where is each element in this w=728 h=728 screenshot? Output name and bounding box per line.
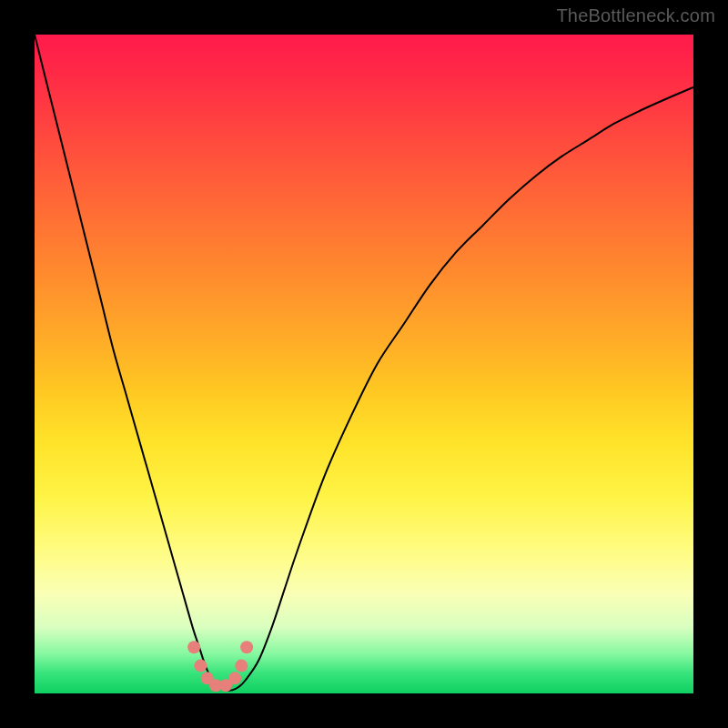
watermark-text: TheBottleneck.com (556, 5, 715, 26)
marker-dot (240, 641, 253, 653)
marker-dot (235, 660, 248, 672)
marker-dot (194, 660, 207, 672)
curve-overlay (35, 35, 693, 693)
optimal-range-markers (187, 641, 253, 692)
marker-dot (187, 641, 200, 653)
marker-dot (228, 672, 241, 684)
plot-area (35, 35, 693, 693)
bottleneck-curve (35, 35, 693, 691)
